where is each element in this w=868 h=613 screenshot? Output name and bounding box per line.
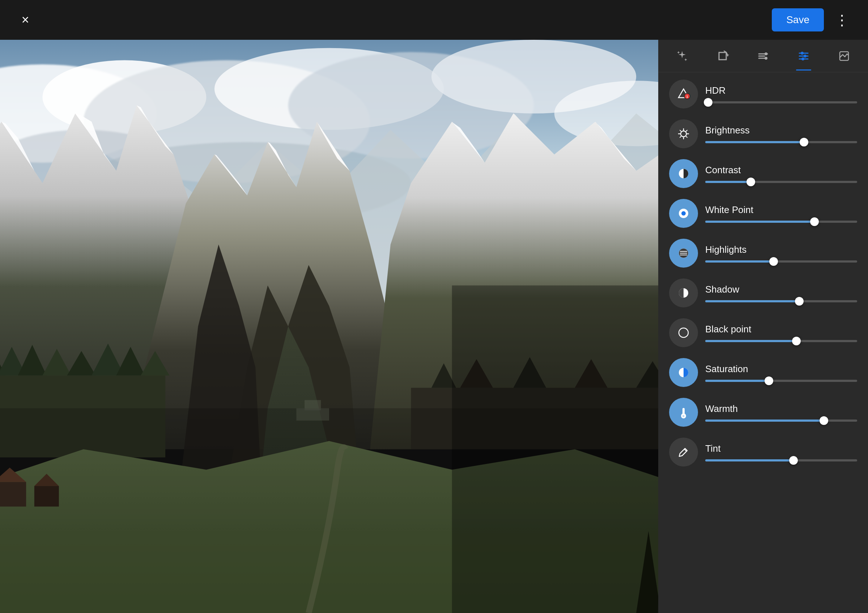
tint-slider-thumb[interactable] — [789, 456, 798, 465]
svg-line-72 — [680, 130, 681, 131]
saturation-icon[interactable] — [669, 358, 698, 387]
adjustment-item-shadow: Shadow — [669, 279, 857, 307]
image-area — [0, 40, 658, 613]
black_point-slider[interactable] — [705, 340, 857, 342]
svg-point-61 — [801, 52, 804, 54]
svg-point-56 — [764, 53, 767, 55]
close-button[interactable]: × — [14, 9, 36, 31]
adjustments-list: 1HDRBrightnessContrastWhite PointHighlig… — [658, 72, 868, 613]
main-content: 1HDRBrightnessContrastWhite PointHighlig… — [0, 40, 868, 613]
shadow-label: Shadow — [705, 284, 857, 295]
adjustment-item-contrast: Contrast — [669, 159, 857, 188]
brightness-slider[interactable] — [705, 141, 857, 143]
right-panel: 1HDRBrightnessContrastWhite PointHighlig… — [658, 40, 868, 613]
contrast-slider-thumb[interactable] — [747, 178, 755, 186]
svg-line-73 — [686, 136, 687, 138]
adjustment-item-black_point: Black point — [669, 318, 857, 347]
svg-point-62 — [804, 54, 806, 57]
tint-slider[interactable] — [705, 459, 857, 461]
top-bar: × Save ⋮ — [0, 0, 868, 40]
svg-line-74 — [686, 130, 687, 131]
adjustment-item-white_point: White Point — [669, 199, 857, 228]
black_point-icon[interactable] — [669, 318, 698, 347]
brightness-icon[interactable] — [669, 119, 698, 148]
warmth-slider[interactable] — [705, 420, 857, 422]
photo-canvas — [0, 40, 658, 613]
white_point-icon[interactable] — [669, 199, 698, 228]
shadow-slider[interactable] — [705, 300, 857, 302]
highlights-content: Highlights — [705, 244, 857, 263]
svg-text:≡: ≡ — [682, 414, 685, 418]
contrast-label: Contrast — [705, 164, 857, 176]
warmth-content: Warmth — [705, 403, 857, 422]
hdr-slider[interactable] — [705, 101, 857, 104]
tool-icon-adjust[interactable] — [750, 43, 776, 69]
hdr-slider-thumb[interactable] — [704, 98, 713, 107]
save-button[interactable]: Save — [772, 8, 824, 31]
top-right-actions: Save ⋮ — [772, 8, 854, 31]
shadow-slider-thumb[interactable] — [795, 297, 804, 306]
shadow-content: Shadow — [705, 284, 857, 302]
black_point-slider-thumb[interactable] — [792, 337, 801, 345]
svg-text:1: 1 — [686, 95, 688, 98]
white_point-slider-thumb[interactable] — [810, 217, 819, 226]
tool-icon-filters[interactable] — [791, 43, 816, 69]
contrast-icon[interactable] — [669, 159, 698, 188]
svg-point-78 — [681, 211, 686, 215]
tint-content: Tint — [705, 443, 857, 461]
hdr-label: HDR — [705, 85, 857, 96]
hdr-icon[interactable]: 1 — [669, 80, 698, 108]
black_point-content: Black point — [705, 324, 857, 342]
brightness-label: Brightness — [705, 125, 857, 136]
brightness-slider-thumb[interactable] — [800, 138, 808, 147]
warmth-icon[interactable]: ≡ — [669, 398, 698, 427]
tint-icon[interactable] — [669, 438, 698, 466]
svg-point-57 — [764, 57, 767, 60]
adjustment-item-tint: Tint — [669, 438, 857, 466]
warmth-slider-thumb[interactable] — [820, 416, 828, 425]
tool-icons-bar — [658, 40, 868, 72]
svg-point-63 — [801, 57, 804, 60]
adjustment-item-saturation: Saturation — [669, 358, 857, 387]
adjustment-item-brightness: Brightness — [669, 119, 857, 148]
highlights-icon[interactable] — [669, 239, 698, 268]
svg-line-75 — [680, 136, 681, 138]
saturation-label: Saturation — [705, 364, 857, 375]
tool-icon-crop[interactable] — [710, 43, 735, 69]
highlights-slider-thumb[interactable] — [769, 257, 778, 266]
svg-point-67 — [680, 131, 687, 137]
adjustment-item-highlights: Highlights — [669, 239, 857, 268]
white_point-content: White Point — [705, 204, 857, 223]
tool-icon-auto[interactable] — [670, 43, 695, 69]
contrast-slider[interactable] — [705, 181, 857, 183]
adjustment-item-hdr: 1HDR — [669, 80, 857, 108]
brightness-content: Brightness — [705, 125, 857, 143]
adjustment-item-warmth: ≡Warmth — [669, 398, 857, 427]
tool-icon-markup[interactable] — [831, 43, 857, 69]
white_point-label: White Point — [705, 204, 857, 215]
tint-label: Tint — [705, 443, 857, 454]
highlights-label: Highlights — [705, 244, 857, 255]
hdr-content: HDR — [705, 85, 857, 104]
saturation-slider[interactable] — [705, 380, 857, 382]
more-options-button[interactable]: ⋮ — [831, 9, 854, 31]
contrast-content: Contrast — [705, 164, 857, 183]
saturation-content: Saturation — [705, 364, 857, 382]
saturation-slider-thumb[interactable] — [764, 376, 773, 385]
white_point-slider[interactable] — [705, 221, 857, 223]
svg-rect-54 — [0, 408, 658, 613]
svg-point-84 — [679, 328, 688, 337]
shadow-icon[interactable] — [669, 279, 698, 307]
black_point-label: Black point — [705, 324, 857, 335]
highlights-slider[interactable] — [705, 260, 857, 263]
warmth-label: Warmth — [705, 403, 857, 415]
